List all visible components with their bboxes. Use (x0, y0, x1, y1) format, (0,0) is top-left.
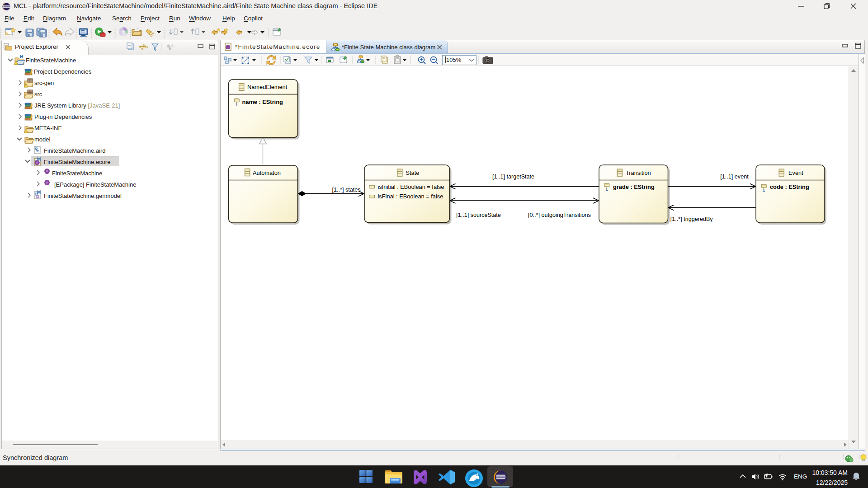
svg-text:[1..1] event: [1..1] event (720, 174, 749, 180)
svg-text:[1..1] targetState: [1..1] targetState (492, 174, 534, 180)
svg-text:isFinal : EBoolean = false: isFinal : EBoolean = false (378, 193, 443, 200)
svg-text:[1..*] states: [1..*] states (332, 187, 361, 193)
svg-text:isInitial : EBoolean = false: isInitial : EBoolean = false (378, 183, 444, 190)
svg-text:Event: Event (788, 169, 803, 176)
svg-text:name : EString: name : EString (242, 99, 283, 105)
svg-text:State: State (406, 169, 420, 176)
svg-text:NamedElement: NamedElement (247, 84, 288, 90)
svg-text:Transition: Transition (626, 169, 651, 176)
svg-text:code : EString: code : EString (770, 183, 809, 190)
svg-text:[1..1] sourceState: [1..1] sourceState (456, 212, 501, 218)
svg-text:grade : EString: grade : EString (613, 183, 655, 190)
svg-text:[0..*] outgoingTransitions: [0..*] outgoingTransitions (528, 212, 591, 218)
svg-text:Automaton: Automaton (253, 169, 281, 176)
svg-text:[1..*] triggeredBy: [1..*] triggeredBy (670, 216, 713, 222)
